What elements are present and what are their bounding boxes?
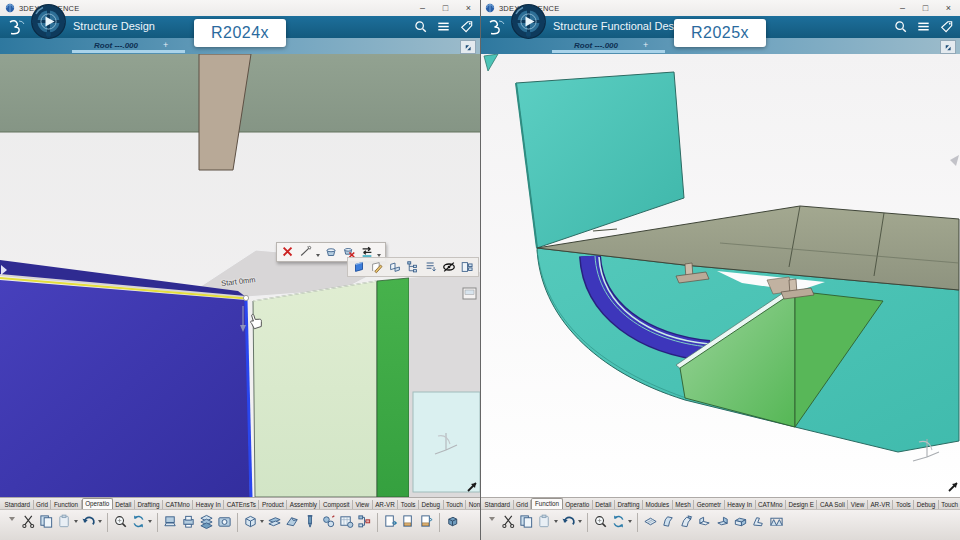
workbench-tab-heavy-in[interactable]: Heavy In xyxy=(193,500,224,509)
workbench-tab-catmno[interactable]: CATMno xyxy=(163,500,193,509)
cube-icon[interactable] xyxy=(444,513,461,530)
bolt-icon[interactable] xyxy=(302,513,319,530)
flowtree-icon[interactable] xyxy=(356,513,373,530)
treeicon-icon[interactable] xyxy=(405,259,421,275)
plate-icon[interactable] xyxy=(660,513,677,530)
workbench-tab-operatio[interactable]: Operatio xyxy=(82,498,113,509)
docpage-icon[interactable] xyxy=(382,513,399,530)
docschm-icon[interactable] xyxy=(400,513,417,530)
bend-icon[interactable] xyxy=(284,513,301,530)
search-icon[interactable] xyxy=(414,20,427,33)
copy-icon[interactable] xyxy=(518,513,535,530)
editpencil-icon[interactable] xyxy=(369,259,385,275)
workbench-tab-touch[interactable]: Touch xyxy=(444,500,467,509)
workbench-tab-grid[interactable]: Grid xyxy=(34,500,52,509)
collapse-tabs-button[interactable] xyxy=(940,40,956,54)
sketchline-icon[interactable] xyxy=(298,244,314,260)
refresh-icon[interactable] xyxy=(130,513,147,530)
dropdown-caret[interactable] xyxy=(148,520,152,523)
3d-compass[interactable] xyxy=(510,3,547,40)
add-tab-button[interactable]: + xyxy=(163,40,168,50)
workbench-tab-ar-vr[interactable]: AR-VR xyxy=(868,500,894,509)
titlebar[interactable]: 3DEXPERIENCE – □ × xyxy=(0,0,480,17)
blue-bulkhead-panel[interactable] xyxy=(0,280,250,497)
maximize-button[interactable]: □ xyxy=(914,0,937,16)
workbench-tab-function[interactable]: Function xyxy=(531,498,562,509)
capture-icon[interactable] xyxy=(216,513,233,530)
search-icon[interactable] xyxy=(894,20,907,33)
pale-green-plate[interactable] xyxy=(253,281,377,497)
workbench-tab-caa-soli[interactable]: CAA Soli xyxy=(817,500,848,509)
cut-icon[interactable] xyxy=(500,513,517,530)
hideeye-icon[interactable] xyxy=(441,259,457,275)
document-tab[interactable]: Root ---.000 xyxy=(574,41,618,50)
workbench-tab-catmno[interactable]: CATMno xyxy=(756,500,786,509)
collapse-tabs-button[interactable] xyxy=(460,40,476,54)
menu-icon[interactable] xyxy=(437,20,450,33)
workbench-tab-tools[interactable]: Tools xyxy=(398,500,419,509)
workbench-tab-view[interactable]: View xyxy=(848,500,868,509)
workbench-tab-view[interactable]: View xyxy=(353,500,373,509)
openplate2-icon[interactable] xyxy=(714,513,731,530)
dropdown-caret[interactable] xyxy=(98,520,102,523)
refresh-icon[interactable] xyxy=(610,513,627,530)
publish-icon[interactable] xyxy=(162,513,179,530)
mini-window-icon[interactable] xyxy=(463,288,476,299)
workbench-tab-drafting[interactable]: Drafting xyxy=(615,500,643,509)
minimize-button[interactable]: – xyxy=(411,0,434,16)
openplate1-icon[interactable] xyxy=(696,513,713,530)
workbench-tab-detail[interactable]: Detail xyxy=(113,500,135,509)
workbench-tab-drafting[interactable]: Drafting xyxy=(135,500,163,509)
zoom-icon[interactable] xyxy=(592,513,609,530)
document-tab[interactable]: Root ---.000 xyxy=(94,41,138,50)
workbench-tab-grid[interactable]: Grid xyxy=(514,500,532,509)
tag-icon[interactable] xyxy=(460,20,473,33)
panel-icon[interactable] xyxy=(642,513,659,530)
cut-icon[interactable] xyxy=(20,513,37,530)
paste-icon[interactable] xyxy=(56,513,73,530)
paste-icon[interactable] xyxy=(536,513,553,530)
cancel-icon[interactable] xyxy=(280,244,296,260)
insertplate-icon[interactable] xyxy=(732,513,749,530)
dropdown-caret[interactable] xyxy=(554,520,558,523)
undo-icon[interactable] xyxy=(560,513,577,530)
workbench-tab-composit[interactable]: Composit xyxy=(320,500,353,509)
maximize-button[interactable]: □ xyxy=(434,0,457,16)
toolbar-overflow-chevron[interactable] xyxy=(489,517,495,521)
dropdown-caret[interactable] xyxy=(74,520,78,523)
workbench-tab-product[interactable]: Product xyxy=(259,500,287,509)
workbench-tab-standard[interactable]: Standard xyxy=(2,500,34,509)
workbench-tab-tools[interactable]: Tools xyxy=(893,500,914,509)
workbench-tab-geometr[interactable]: Geometr xyxy=(694,500,725,509)
dropdown-caret[interactable] xyxy=(628,520,632,523)
titlebar[interactable]: 3DEXPERIENCE – □ × xyxy=(480,0,960,17)
3d-scene-structure-functional[interactable] xyxy=(480,54,960,497)
workbench-tab-mesh[interactable]: Mesh xyxy=(673,500,694,509)
tablegear-icon[interactable] xyxy=(338,513,355,530)
listicon-icon[interactable] xyxy=(423,259,439,275)
corrugated-icon[interactable] xyxy=(768,513,785,530)
openplate-icon[interactable] xyxy=(387,259,403,275)
3d-viewport[interactable] xyxy=(480,54,960,497)
workbench-tab-catensts[interactable]: CATEnsTs xyxy=(224,500,259,509)
tag-icon[interactable] xyxy=(940,20,953,33)
blueplate-icon[interactable] xyxy=(351,259,367,275)
workbench-tab-function[interactable]: Function xyxy=(51,500,81,509)
close-button[interactable]: × xyxy=(937,0,960,16)
stiffener-icon[interactable] xyxy=(678,513,695,530)
trimcup-icon[interactable] xyxy=(323,244,339,260)
vertex-handle[interactable] xyxy=(243,295,248,300)
green-strip-plate[interactable] xyxy=(377,278,409,497)
print-icon[interactable] xyxy=(180,513,197,530)
platestack-icon[interactable] xyxy=(266,513,283,530)
minimize-button[interactable]: – xyxy=(891,0,914,16)
workbench-tab-debug[interactable]: Debug xyxy=(914,500,939,509)
layers-icon[interactable] xyxy=(198,513,215,530)
bentplate-icon[interactable] xyxy=(750,513,767,530)
workbench-tab-debug[interactable]: Debug xyxy=(419,500,444,509)
workbench-tab-heavy-in[interactable]: Heavy In xyxy=(725,500,756,509)
docschm2-icon[interactable] xyxy=(418,513,435,530)
workbench-tab-assembly[interactable]: Assembly xyxy=(287,500,320,509)
3d-compass[interactable] xyxy=(30,3,67,40)
workbench-tab-detail[interactable]: Detail xyxy=(593,500,615,509)
